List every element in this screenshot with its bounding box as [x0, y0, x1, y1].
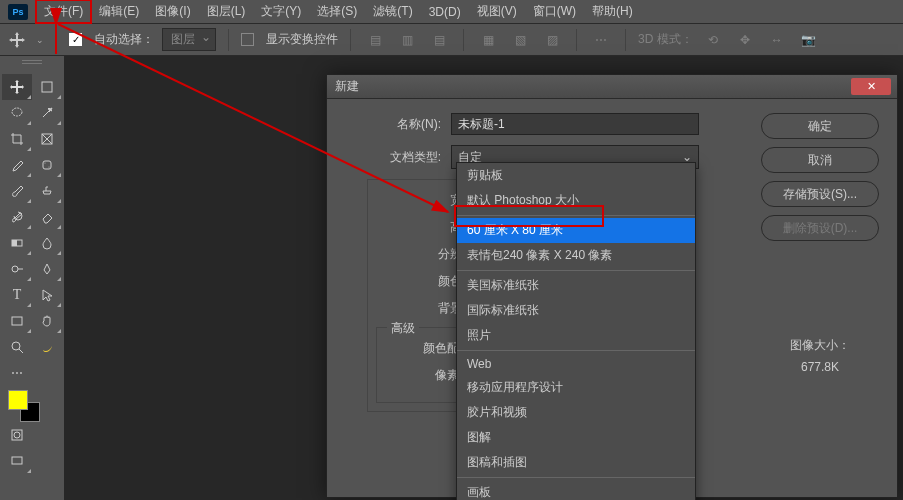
dropdown-item[interactable]: 图稿和插图 — [457, 450, 695, 475]
3d-camera-icon[interactable]: 📷 — [797, 28, 821, 52]
tool-artboard[interactable] — [32, 74, 62, 100]
svg-point-6 — [45, 163, 46, 164]
tool-path-select[interactable] — [32, 282, 62, 308]
dropdown-item[interactable]: 60 厘米 X 80 厘米 — [457, 218, 695, 243]
dialog-titlebar[interactable]: 新建 ✕ — [327, 75, 897, 99]
ok-button[interactable]: 确定 — [761, 113, 879, 139]
svg-point-13 — [12, 342, 20, 350]
tool-preset-chevron-icon[interactable]: ⌄ — [36, 35, 44, 45]
dropdown-separator — [457, 477, 695, 478]
tool-eyedropper[interactable] — [2, 152, 32, 178]
dropdown-item[interactable]: 画板 — [457, 480, 695, 500]
doc-type-dropdown[interactable]: 剪贴板默认 Photoshop 大小60 厘米 X 80 厘米表情包240 像素… — [456, 162, 696, 500]
color-swatches[interactable] — [2, 386, 62, 422]
tool-healing[interactable] — [32, 152, 62, 178]
dropdown-item[interactable]: 表情包240 像素 X 240 像素 — [457, 243, 695, 268]
tool-clone-stamp[interactable] — [32, 178, 62, 204]
quickmask-toggle[interactable] — [2, 422, 32, 448]
menu-file[interactable]: 文件(F) — [36, 0, 91, 23]
tool-frame[interactable] — [32, 126, 62, 152]
height-label: 高 — [376, 219, 468, 236]
tool-eraser[interactable] — [32, 204, 62, 230]
tool-banana[interactable] — [32, 334, 62, 360]
menu-image[interactable]: 图像(I) — [147, 0, 198, 23]
dropdown-item[interactable]: Web — [457, 353, 695, 375]
dropdown-item[interactable]: 胶片和视频 — [457, 400, 695, 425]
3d-pan-icon[interactable]: ✥ — [733, 28, 757, 52]
menu-layer[interactable]: 图层(L) — [199, 0, 254, 23]
svg-rect-9 — [12, 240, 17, 246]
align-bottom-icon[interactable]: ▨ — [540, 28, 564, 52]
show-transform-checkbox[interactable] — [241, 33, 254, 46]
tool-zoom[interactable] — [2, 334, 32, 360]
align-center-v-icon[interactable]: ▧ — [508, 28, 532, 52]
width-label: 宽 — [376, 192, 468, 209]
screen-mode[interactable] — [2, 448, 32, 474]
align-top-icon[interactable]: ▦ — [476, 28, 500, 52]
menu-3d[interactable]: 3D(D) — [421, 2, 469, 22]
dropdown-separator — [457, 270, 695, 271]
svg-point-10 — [12, 266, 18, 272]
tool-hand[interactable] — [32, 308, 62, 334]
svg-point-1 — [12, 108, 22, 116]
menu-help[interactable]: 帮助(H) — [584, 0, 641, 23]
svg-rect-5 — [43, 161, 51, 169]
toolbox-grip-icon[interactable] — [22, 60, 42, 64]
tool-pen[interactable] — [32, 256, 62, 282]
svg-point-7 — [49, 167, 50, 168]
image-size-label: 图像大小： — [755, 337, 885, 354]
svg-line-14 — [19, 349, 23, 353]
toolbox: T ⋯ — [0, 56, 64, 500]
tool-brush[interactable] — [2, 178, 32, 204]
cancel-button[interactable]: 取消 — [761, 147, 879, 173]
image-size-value: 677.8K — [755, 360, 885, 374]
3d-orbit-icon[interactable]: ⟲ — [701, 28, 725, 52]
tool-edit-toolbar[interactable]: ⋯ — [2, 360, 32, 386]
menu-type[interactable]: 文字(Y) — [253, 0, 309, 23]
svg-point-16 — [14, 432, 20, 438]
tool-magic-wand[interactable] — [32, 100, 62, 126]
advanced-label: 高级 — [387, 320, 419, 337]
mode-3d-label: 3D 模式： — [638, 31, 693, 48]
align-right-icon[interactable]: ▤ — [427, 28, 451, 52]
save-preset-button[interactable]: 存储预设(S)... — [761, 181, 879, 207]
svg-rect-12 — [12, 317, 22, 325]
move-tool-icon[interactable] — [8, 31, 26, 49]
background-label: 背景 — [376, 300, 468, 317]
dropdown-item[interactable]: 照片 — [457, 323, 695, 348]
menu-view[interactable]: 视图(V) — [469, 0, 525, 23]
distribute-icon[interactable]: ⋯ — [589, 28, 613, 52]
tool-blur[interactable] — [32, 230, 62, 256]
menu-edit[interactable]: 编辑(E) — [91, 0, 147, 23]
dropdown-item[interactable]: 国际标准纸张 — [457, 298, 695, 323]
dropdown-item[interactable]: 默认 Photoshop 大小 — [457, 188, 695, 213]
tool-history-brush[interactable] — [2, 204, 32, 230]
tool-dodge[interactable] — [2, 256, 32, 282]
auto-select-target-combo[interactable]: 图层 — [162, 28, 216, 51]
tool-type[interactable]: T — [2, 282, 32, 308]
foreground-color[interactable] — [8, 390, 28, 410]
align-left-icon[interactable]: ▤ — [363, 28, 387, 52]
dropdown-item[interactable]: 移动应用程序设计 — [457, 375, 695, 400]
tool-move[interactable] — [2, 74, 32, 100]
dropdown-separator — [457, 215, 695, 216]
resolution-label: 分辨 — [376, 246, 468, 263]
name-label: 名称(N): — [339, 116, 451, 133]
show-transform-label: 显示变换控件 — [266, 31, 338, 48]
align-center-h-icon[interactable]: ▥ — [395, 28, 419, 52]
tool-crop[interactable] — [2, 126, 32, 152]
close-button[interactable]: ✕ — [851, 78, 891, 95]
tool-rectangle[interactable] — [2, 308, 32, 334]
tool-gradient[interactable] — [2, 230, 32, 256]
dropdown-item[interactable]: 剪贴板 — [457, 163, 695, 188]
delete-preset-button[interactable]: 删除预设(D)... — [761, 215, 879, 241]
dropdown-item[interactable]: 图解 — [457, 425, 695, 450]
3d-slide-icon[interactable]: ↔ — [765, 28, 789, 52]
auto-select-checkbox[interactable]: ✓ — [69, 33, 82, 46]
dropdown-item[interactable]: 美国标准纸张 — [457, 273, 695, 298]
tool-lasso[interactable] — [2, 100, 32, 126]
name-input[interactable] — [451, 113, 699, 135]
menu-select[interactable]: 选择(S) — [309, 0, 365, 23]
menu-window[interactable]: 窗口(W) — [525, 0, 584, 23]
menu-filter[interactable]: 滤镜(T) — [365, 0, 420, 23]
